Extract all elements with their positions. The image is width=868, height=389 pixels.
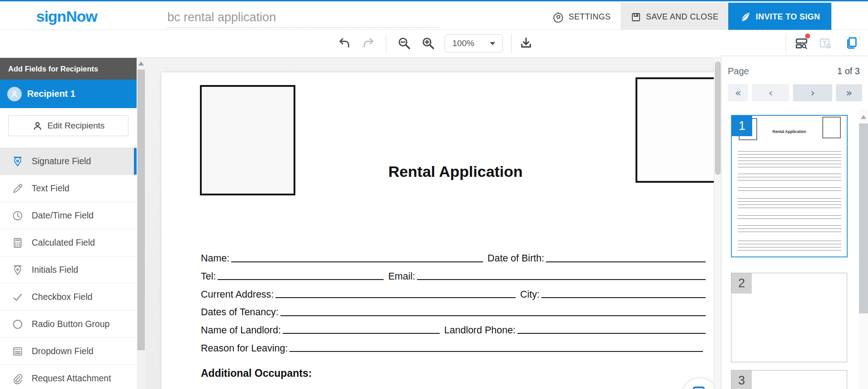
mini-text-lines: [738, 148, 841, 167]
person-icon: [32, 120, 43, 131]
sidebar-scrollbar[interactable]: [137, 58, 146, 389]
page-number-badge: 3: [731, 370, 752, 389]
zoom-level-dropdown[interactable]: 100%: [445, 34, 503, 52]
page-number-badge: 2: [731, 273, 752, 294]
page-number-badge: 1: [732, 116, 752, 136]
field-type-signature-field[interactable]: Signature Field: [0, 148, 137, 175]
blank-line: [231, 261, 483, 262]
blank-line: [517, 333, 706, 334]
field-type-label: Text Field: [32, 183, 69, 194]
blank-line: [275, 297, 516, 298]
field-type-request-attachment[interactable]: Request Attachment: [0, 365, 137, 389]
page-count: 1 of 3: [837, 66, 860, 76]
document-scrollbar-thumb[interactable]: [715, 62, 721, 175]
invite-to-sign-button[interactable]: INVITE TO SIGN: [728, 3, 831, 31]
previous-page-button[interactable]: ‹: [752, 84, 789, 101]
mini-text-lines: [738, 185, 841, 192]
field-type-text-field[interactable]: Text Field: [0, 175, 137, 202]
form-row: Dates of Tenancy:: [201, 303, 710, 321]
dropdown-icon: [12, 346, 24, 357]
mini-text-lines: [738, 213, 841, 219]
app-header: signNow SETTINGS SAVE AND CLOSE INVITE T…: [0, 0, 868, 30]
chevron-double-right-icon: »: [846, 87, 852, 99]
field-explorer-button[interactable]: [794, 35, 809, 51]
first-page-button[interactable]: «: [728, 84, 748, 101]
sidebar-scrollbar-thumb[interactable]: [138, 70, 145, 350]
panel-scrollbar-thumb[interactable]: [859, 123, 868, 313]
field-type-label: Checkbox Field: [32, 292, 92, 302]
page-thumbnail-1[interactable]: 1Rental Application: [731, 115, 848, 257]
zoom-level-value: 100%: [452, 38, 474, 48]
document-scrollbar[interactable]: [714, 58, 721, 389]
notification-dot: [805, 33, 810, 38]
form-field-label: Current Address:: [201, 290, 274, 303]
document-settings-button[interactable]: [818, 35, 833, 51]
recipient-label: Recipient 1: [27, 89, 76, 99]
chevron-down-icon: [490, 42, 495, 45]
form-field-label: Reason for Leaving:: [201, 344, 288, 357]
last-page-button[interactable]: »: [836, 84, 862, 101]
signnow-logo: signNow: [36, 8, 97, 25]
blank-line: [218, 279, 384, 280]
field-type-initials-field[interactable]: Initials Field: [0, 256, 137, 284]
form-row: Name:Date of Birth:: [201, 249, 710, 267]
form-row: Current Address:City:: [201, 285, 710, 303]
recipient-avatar: [7, 87, 22, 101]
recipient-selector[interactable]: Recipient 1: [0, 80, 137, 108]
panel-scrollbar[interactable]: [859, 109, 868, 389]
field-type-label: Signature Field: [32, 156, 91, 166]
document-section-heading: Additional Occupants:: [201, 367, 312, 380]
edit-recipients-button[interactable]: Edit Recipients: [8, 115, 128, 136]
clock-icon: [12, 210, 24, 222]
scroll-up-arrow-icon[interactable]: [861, 115, 866, 119]
field-type-label: Request Attachment: [32, 373, 111, 384]
initials-icon: [12, 264, 24, 276]
field-type-calculated-field[interactable]: Calculated Field: [0, 229, 137, 256]
feather-icon: [740, 11, 751, 23]
scroll-up-arrow-icon[interactable]: [138, 62, 144, 66]
redo-button[interactable]: [360, 35, 376, 51]
document-viewport: Rental Application Name:Date of Birth:Te…: [146, 58, 714, 389]
field-type-label: Dropdown Field: [32, 346, 94, 356]
blank-line: [417, 279, 706, 280]
blank-line: [280, 315, 706, 316]
toolbar-divider: [511, 33, 512, 53]
form-row: Name of Landlord:Landlord Phone:: [201, 321, 710, 339]
blank-line: [283, 333, 440, 334]
field-type-label: Date/Time Field: [32, 210, 94, 221]
form-field-label: Email:: [388, 272, 415, 285]
document-page[interactable]: Rental Application Name:Date of Birth:Te…: [161, 72, 714, 389]
field-type-radio-button-group[interactable]: Radio Button Group: [0, 311, 137, 338]
chevron-right-icon: ›: [811, 87, 815, 99]
page-thumbnail-3[interactable]: 3: [731, 370, 847, 389]
blank-line: [546, 261, 706, 262]
field-type-list: Signature FieldText FieldDate/Time Field…: [0, 147, 137, 389]
blank-line: [289, 351, 703, 352]
signature-icon: [12, 156, 24, 167]
edit-recipients-label: Edit Recipients: [47, 121, 105, 131]
save-and-close-button[interactable]: SAVE AND CLOSE: [621, 3, 728, 31]
field-type-dropdown-field[interactable]: Dropdown Field: [0, 338, 137, 365]
form-field-label: Landlord Phone:: [444, 326, 516, 339]
page-thumbnail-2[interactable]: 2: [731, 273, 847, 362]
form-field-label: Name:: [201, 254, 229, 267]
document-title-input[interactable]: [167, 8, 439, 28]
form-rows: Name:Date of Birth:Tel:Email:Current Add…: [201, 249, 710, 356]
mini-text-lines: [738, 238, 841, 251]
undo-button[interactable]: [337, 35, 352, 51]
settings-button[interactable]: SETTINGS: [543, 3, 621, 31]
chevron-double-left-icon: «: [735, 87, 741, 99]
field-type-label: Radio Button Group: [32, 319, 109, 329]
pages-copy-button[interactable]: [844, 35, 859, 51]
form-row: Reason for Leaving:: [201, 338, 710, 356]
save-label: SAVE AND CLOSE: [646, 12, 718, 22]
zoom-out-button[interactable]: [396, 35, 412, 51]
next-page-button[interactable]: ›: [793, 84, 832, 101]
settings-label: SETTINGS: [569, 12, 611, 22]
thumbnail-list: 1Rental Application23: [721, 109, 859, 389]
field-type-checkbox-field[interactable]: Checkbox Field: [0, 284, 137, 311]
field-type-date-time-field[interactable]: Date/Time Field: [0, 202, 137, 229]
download-button[interactable]: [518, 35, 534, 51]
zoom-in-button[interactable]: [420, 35, 436, 51]
mini-photo-box: [822, 117, 841, 138]
